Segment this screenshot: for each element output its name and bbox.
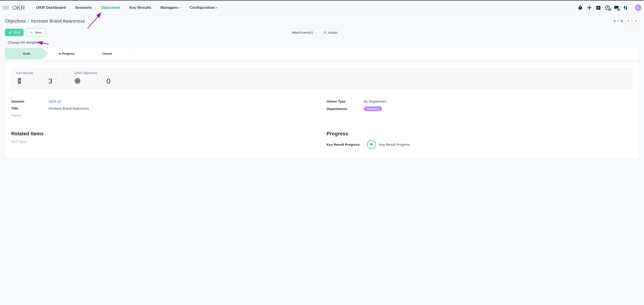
kr-progress-circle: 0% [367,140,376,149]
nav-managers-label: Managers [160,6,178,10]
action-label: Action [328,30,338,34]
section-related-items: Related Items Item Types [11,131,318,149]
main-card: Key Results 3 Child Objectives 0 [5,62,639,158]
chevron-down-icon: ▾ [216,6,217,9]
stat-child-objectives: Child Objectives 0 [74,71,110,86]
message-icon[interactable]: 31 [614,5,619,10]
stat-key-results: Key Results 3 [16,71,52,86]
change-kr-weights-link[interactable]: Change KR Weights [8,40,38,44]
avatar[interactable]: CL [635,4,641,11]
related-items-title: Related Items [11,131,318,137]
svg-rect-2 [580,7,580,8]
settings-sliders-icon[interactable] [622,5,628,10]
breadcrumb-separator: / [28,18,29,24]
svg-point-9 [624,6,625,8]
status-in-progress[interactable]: In Progress [45,48,88,60]
field-title-value: Increase Brand Awareness [48,106,318,110]
breadcrumb: Objectives / Increase Brand Awareness [5,18,85,24]
pager-total: 31 [620,19,624,23]
nav-objectives[interactable]: Objectives [101,6,120,10]
hourglass-icon [16,78,22,85]
department-pill[interactable]: Marketing [364,106,382,111]
status-draft-label: Draft [23,52,30,55]
edit-button[interactable]: Edit [5,29,24,36]
breadcrumb-current: Increase Brand Awareness [31,18,85,24]
pager: 6 / 31 [614,18,639,24]
svg-rect-1 [580,6,581,6]
breadcrumb-parent[interactable]: Objectives [5,18,26,24]
nav-keyresults[interactable]: Key Results [129,6,151,10]
status-draft[interactable]: Draft [5,48,48,60]
plus-icon[interactable] [586,5,592,10]
chevron-down-icon: ⌄ [339,31,341,34]
nav-sessions[interactable]: Sessions [75,6,92,10]
brand[interactable]: OKR [12,4,25,11]
nav-configuration[interactable]: Configuration ▾ [190,6,217,10]
field-departments-value: Marketing [364,106,633,111]
stat-key-results-label: Key Results [16,71,52,75]
pager-prev-button[interactable] [626,18,631,24]
section-progress: Progress Key Result Progress 0% Key Resu… [326,131,633,149]
new-button-label: New [35,30,42,34]
status-closed-label: Closed [102,52,112,55]
nav-managers[interactable]: Managers ▾ [160,6,180,10]
separator [632,4,632,11]
plus-icon [30,31,33,34]
chevron-down-icon: ▾ [180,6,180,9]
field-parent-label: Parent [11,114,48,117]
nav-dashboard[interactable]: OKR Dashboard [36,6,66,10]
item-types-label: Item Types [11,140,318,144]
field-departments-label: Departments [326,107,364,111]
stat-bar: Key Results 3 Child Objectives 0 [11,68,633,90]
pencil-icon [8,31,12,34]
stat-key-results-value: 3 [48,77,52,86]
svg-point-14 [324,32,326,33]
edit-button-label: Edit [14,30,20,34]
action-dropdown[interactable]: Action ⌄ [323,30,341,34]
kr-progress-label: Key Result Progress [326,142,360,146]
page: Objectives / Increase Brand Awareness 6 … [0,15,644,165]
pager-current: 6 [614,19,616,23]
attachments-dropdown[interactable]: Attachment(s) ⌄ [292,30,316,34]
message-badge: 31 [616,8,621,11]
topbar-right: 18 31 CL [577,4,641,11]
target-icon [74,78,81,85]
stat-child-objectives-label: Child Objectives [74,71,110,75]
field-title-label: Title [11,106,48,110]
field-owner-type-value: By Department [364,100,633,103]
topbar: OKR OKR Dashboard Sessions Objectives Ke… [0,1,644,15]
kr-progress-label2: Key Result Progress [379,142,410,146]
attachments-label: Attachment(s) [292,30,313,34]
menu-toggle[interactable] [3,6,9,9]
chevron-down-icon: ⌄ [314,31,316,34]
clock-badge: 18 [608,8,612,11]
pager-next-button[interactable] [633,18,639,24]
field-owner-type-label: Owner Type [326,100,364,103]
divider [63,72,64,84]
gear-icon [323,30,327,34]
svg-point-19 [77,80,78,81]
new-button[interactable]: New [26,28,46,36]
stat-child-objectives-value: 0 [106,77,110,86]
progress-title: Progress [326,131,633,137]
status-in-progress-label: In Progress [58,52,75,55]
main-nav: OKR Dashboard Sessions Objectives Key Re… [36,6,217,10]
pager-sep: / [618,19,618,23]
status-bar: Draft In Progress Closed [5,48,639,60]
clock-icon[interactable]: 18 [604,5,610,10]
timer-icon[interactable] [577,5,583,10]
field-session-value[interactable]: 2025-Q1 [48,100,318,103]
field-session-label: Session [11,100,48,103]
svg-line-16 [37,42,48,44]
nav-configuration-label: Configuration [190,6,215,10]
calendar-check-icon[interactable] [596,5,601,10]
svg-point-10 [626,8,627,9]
status-closed[interactable]: Closed [86,48,128,60]
